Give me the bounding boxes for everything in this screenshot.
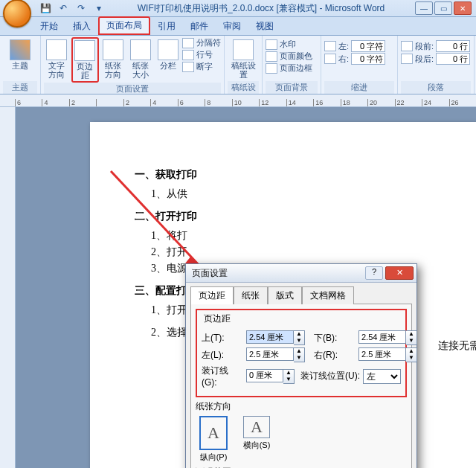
redo-icon[interactable]: ↷ [73,0,89,16]
size-button[interactable]: 纸张大小 [127,37,153,81]
tab-review[interactable]: 审阅 [216,17,248,35]
page-setup-dialog: 页面设置 ? ✕ 页边距 纸张 版式 文档网格 页边距 上(T): ▲▼ 下(B… [185,263,417,468]
qat-more-icon[interactable]: ▾ [91,0,107,16]
close-button[interactable]: ✕ [454,1,472,15]
doc-l21: 1、将打 [151,228,440,244]
margin-bottom-input[interactable]: ▲▼ [358,330,417,345]
indent-right-input[interactable] [351,53,385,65]
group-theme-label: 主题 [3,81,37,94]
indent-left-input[interactable] [351,40,385,52]
group-spacing-label: 段落 [401,81,471,94]
breaks-button[interactable]: 分隔符 [182,37,221,48]
horizontal-ruler[interactable]: 6422468101214161820222426 [0,94,476,107]
dialog-title: 页面设置 [192,267,365,280]
margins-fieldset: 页边距 上(T): ▲▼ 下(B): ▲▼ 左(L): ▲▼ 右(R): ▲▼ [196,309,407,397]
gutter-pos-select[interactable]: 左 [363,369,401,384]
doc-l1: 1、从供 [151,186,440,202]
tab-page-layout[interactable]: 页面布局 [98,16,150,35]
margin-left-input[interactable]: ▲▼ [246,347,305,362]
doc-h1: 一、获取打印 [135,167,440,183]
group-manuscript-label: 稿纸设置 [228,81,259,94]
quick-access-toolbar: 💾 ↶ ↷ ▾ [37,0,107,16]
dialog-close-button[interactable]: ✕ [385,266,414,280]
orientation-landscape[interactable]: A横向(S) [239,416,274,463]
vertical-ruler[interactable] [0,107,16,468]
dlg-tab-margins[interactable]: 页边距 [190,286,234,304]
tab-home[interactable]: 开始 [33,17,65,35]
margins-button[interactable]: 页边距 [71,37,99,83]
doc-l22: 2、打开 [151,244,440,260]
tab-insert[interactable]: 插入 [65,17,98,35]
text-direction-button[interactable]: 文字方向 [44,37,70,81]
spacing-after-input[interactable] [436,53,470,65]
hyphenation-button[interactable]: 断字 [182,61,221,72]
spacing-after[interactable]: 段后: [401,53,471,65]
margin-right-input[interactable]: ▲▼ [358,347,417,362]
ribbon-tabs: 开始 插入 页面布局 引用 邮件 审阅 视图 [0,17,476,36]
page-border-button[interactable]: 页面边框 [266,62,318,74]
orientation-portrait[interactable]: A纵向(P) [196,416,231,463]
group-page-bg-label: 页面背景 [266,81,318,94]
group-page-setup-label: 页面设置 [44,83,221,94]
tab-view[interactable]: 视图 [248,17,281,35]
tab-mailings[interactable]: 邮件 [183,17,216,35]
watermark-button[interactable]: 水印 [266,39,318,50]
doc-h2: 二、打开打印 [135,208,440,225]
orientation-section-label: 纸张方向 [196,400,407,413]
save-icon[interactable]: 💾 [37,0,54,16]
margin-top-input[interactable]: ▲▼ [246,330,305,345]
dialog-help-button[interactable]: ? [365,266,383,280]
document-canvas[interactable]: 一、获取打印 1、从供 二、打开打印 1、将打 2、打开 3、电源 三、配置打印… [16,107,476,468]
dlg-tab-grid[interactable]: 文档网格 [302,286,354,304]
doc-tail: 连接无需密码）。 [438,338,476,354]
ribbon: 主题 主题 文字方向 页边距 纸张方向 纸张大小 分栏 分隔符 行号 断字 页面… [0,36,476,94]
window-title: WIFI打印机使用说明书_2.0.0.docx [兼容模式] - Microso… [107,2,415,15]
spacing-before[interactable]: 段前: [401,40,471,52]
themes-button[interactable]: 主题 [3,37,37,72]
maximize-button[interactable]: ▭ [434,1,452,15]
indent-left[interactable]: 左: [324,40,394,52]
tab-references[interactable]: 引用 [150,17,183,35]
line-numbers-button[interactable]: 行号 [182,49,221,60]
minimize-button[interactable]: — [415,1,433,15]
dlg-tab-layout[interactable]: 版式 [268,286,302,304]
gutter-input[interactable]: ▲▼ [246,369,295,384]
dlg-tab-paper[interactable]: 纸张 [234,286,268,304]
indent-right[interactable]: 右: [324,53,394,65]
orientation-button[interactable]: 纸张方向 [100,37,126,81]
office-button[interactable] [3,0,31,28]
manuscript-button[interactable]: 稿纸设置 [228,37,259,81]
group-indent-label: 缩进 [324,81,394,94]
undo-icon[interactable]: ↶ [55,0,71,16]
columns-button[interactable]: 分栏 [155,37,181,72]
page-color-button[interactable]: 页面颜色 [266,51,318,62]
spacing-before-input[interactable] [436,40,470,52]
